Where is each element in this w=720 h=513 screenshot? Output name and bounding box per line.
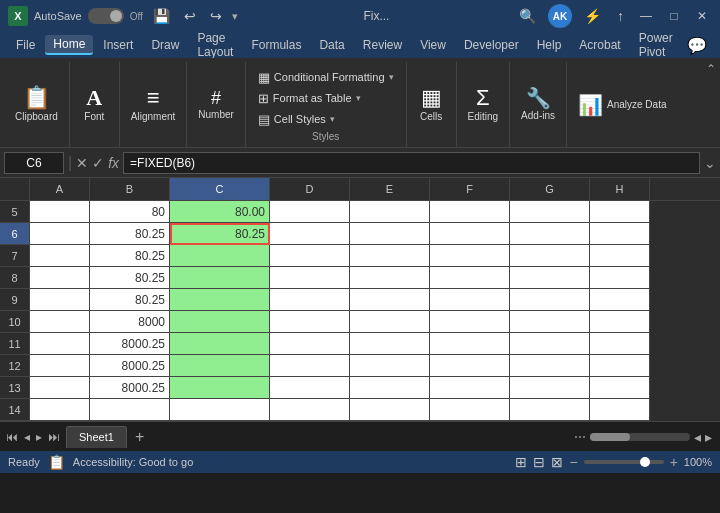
cell-b7[interactable]: 80.25: [90, 245, 170, 267]
cell-b11[interactable]: 8000.25: [90, 333, 170, 355]
cell-d6[interactable]: [270, 223, 350, 245]
cell-a6[interactable]: [30, 223, 90, 245]
row-header-9[interactable]: 9: [0, 289, 30, 311]
row-header-6[interactable]: 6: [0, 223, 30, 245]
lightning-icon[interactable]: ⚡: [580, 6, 605, 26]
add-sheet-button[interactable]: +: [127, 428, 152, 446]
cell-d12[interactable]: [270, 355, 350, 377]
cell-e6[interactable]: [350, 223, 430, 245]
col-header-c[interactable]: C: [170, 178, 270, 200]
cell-g10[interactable]: [510, 311, 590, 333]
cell-b13[interactable]: 8000.25: [90, 377, 170, 399]
cell-f8[interactable]: [430, 267, 510, 289]
cell-c7[interactable]: [170, 245, 270, 267]
cell-h11[interactable]: [590, 333, 650, 355]
cell-a8[interactable]: [30, 267, 90, 289]
cell-f14[interactable]: [430, 399, 510, 421]
autosave-toggle[interactable]: [88, 8, 124, 24]
cell-g14[interactable]: [510, 399, 590, 421]
cell-h6[interactable]: [590, 223, 650, 245]
more-commands[interactable]: ▾: [232, 10, 238, 23]
col-header-e[interactable]: E: [350, 178, 430, 200]
cell-a13[interactable]: [30, 377, 90, 399]
comments-icon[interactable]: 💬: [683, 34, 711, 57]
cell-a5[interactable]: [30, 201, 90, 223]
cell-f6[interactable]: [430, 223, 510, 245]
zoom-out-icon[interactable]: −: [569, 454, 577, 470]
col-header-d[interactable]: D: [270, 178, 350, 200]
cell-a11[interactable]: [30, 333, 90, 355]
cell-e8[interactable]: [350, 267, 430, 289]
cell-c14[interactable]: [170, 399, 270, 421]
row-header-10[interactable]: 10: [0, 311, 30, 333]
menu-review[interactable]: Review: [355, 36, 410, 54]
cell-c11[interactable]: [170, 333, 270, 355]
formula-confirm-icon[interactable]: ✓: [92, 155, 104, 171]
page-break-view-button[interactable]: ⊠: [551, 454, 563, 470]
cell-c10[interactable]: [170, 311, 270, 333]
redo-icon[interactable]: ↪: [206, 6, 226, 26]
cell-c9[interactable]: [170, 289, 270, 311]
row-header-13[interactable]: 13: [0, 377, 30, 399]
cell-g12[interactable]: [510, 355, 590, 377]
cell-e5[interactable]: [350, 201, 430, 223]
cell-e13[interactable]: [350, 377, 430, 399]
font-button[interactable]: A Font: [76, 84, 112, 125]
cell-e9[interactable]: [350, 289, 430, 311]
cell-f9[interactable]: [430, 289, 510, 311]
cell-e7[interactable]: [350, 245, 430, 267]
conditional-formatting-button[interactable]: ▦ Conditional Formatting ▾: [254, 68, 398, 87]
cell-f11[interactable]: [430, 333, 510, 355]
close-button[interactable]: ✕: [692, 6, 712, 26]
cell-d10[interactable]: [270, 311, 350, 333]
number-button[interactable]: # Number: [193, 86, 239, 123]
formula-input[interactable]: [123, 152, 700, 174]
cell-g9[interactable]: [510, 289, 590, 311]
cell-f5[interactable]: [430, 201, 510, 223]
cell-f10[interactable]: [430, 311, 510, 333]
cell-e11[interactable]: [350, 333, 430, 355]
col-header-b[interactable]: B: [90, 178, 170, 200]
cell-f12[interactable]: [430, 355, 510, 377]
cell-c8[interactable]: [170, 267, 270, 289]
sheet-nav-next[interactable]: ▸: [34, 428, 44, 446]
cell-d7[interactable]: [270, 245, 350, 267]
horizontal-scrollbar[interactable]: [590, 433, 690, 441]
cell-a14[interactable]: [30, 399, 90, 421]
cell-f7[interactable]: [430, 245, 510, 267]
zoom-in-icon[interactable]: +: [670, 454, 678, 470]
cell-h7[interactable]: [590, 245, 650, 267]
row-header-5[interactable]: 5: [0, 201, 30, 223]
cell-a7[interactable]: [30, 245, 90, 267]
cell-e14[interactable]: [350, 399, 430, 421]
normal-view-button[interactable]: ⊞: [515, 454, 527, 470]
fx-label[interactable]: fx: [108, 155, 119, 171]
cell-d13[interactable]: [270, 377, 350, 399]
cell-g7[interactable]: [510, 245, 590, 267]
menu-draw[interactable]: Draw: [143, 36, 187, 54]
formula-expand-icon[interactable]: ⌄: [704, 155, 716, 171]
analyze-button[interactable]: 📊 Analyze Data: [573, 92, 671, 118]
cell-a10[interactable]: [30, 311, 90, 333]
row-header-14[interactable]: 14: [0, 399, 30, 421]
cell-c6[interactable]: 80.25: [170, 223, 270, 245]
sheet-nav-first[interactable]: ⏮: [4, 428, 20, 446]
cell-e12[interactable]: [350, 355, 430, 377]
cell-h8[interactable]: [590, 267, 650, 289]
zoom-slider[interactable]: [584, 460, 664, 464]
cell-b10[interactable]: 8000: [90, 311, 170, 333]
menu-power-pivot[interactable]: Power Pivot: [631, 29, 681, 61]
formula-cancel-icon[interactable]: ✕: [76, 155, 88, 171]
cell-h13[interactable]: [590, 377, 650, 399]
page-layout-view-button[interactable]: ⊟: [533, 454, 545, 470]
cell-styles-button[interactable]: ▤ Cell Styles ▾: [254, 110, 398, 129]
menu-developer[interactable]: Developer: [456, 36, 527, 54]
menu-file[interactable]: File: [8, 36, 43, 54]
editing-button[interactable]: Σ Editing: [463, 84, 504, 125]
addins-button[interactable]: 🔧 Add-ins: [516, 85, 560, 124]
cell-e10[interactable]: [350, 311, 430, 333]
row-header-11[interactable]: 11: [0, 333, 30, 355]
ribbon-collapse-button[interactable]: ⌃: [706, 62, 716, 76]
col-header-g[interactable]: G: [510, 178, 590, 200]
menu-formulas[interactable]: Formulas: [243, 36, 309, 54]
